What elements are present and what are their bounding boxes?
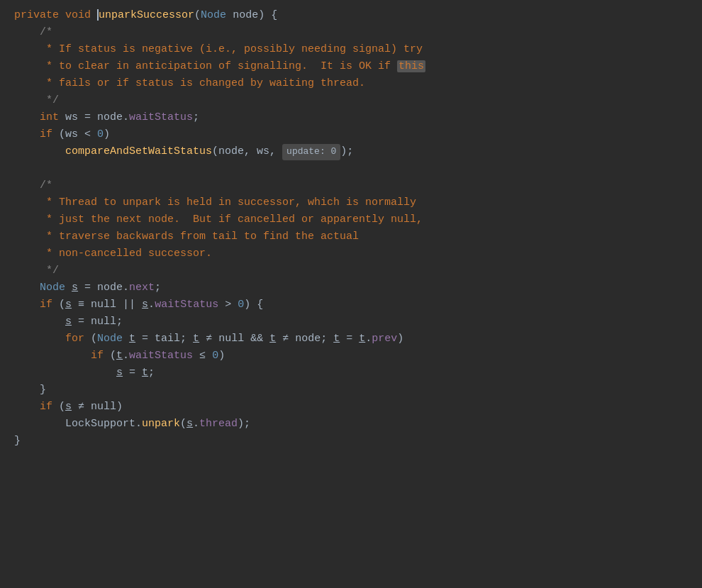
kw-if-2: if bbox=[40, 299, 52, 311]
fn-compareAndSet: compareAndSetWaitStatus bbox=[65, 145, 212, 157]
field-next: next bbox=[129, 282, 155, 294]
var-t-4: t bbox=[333, 333, 340, 345]
comment-line-3: * If status is negative (i.e., possibly … bbox=[14, 43, 423, 55]
line-9: compareAndSetWaitStatus(node, ws, update… bbox=[14, 143, 688, 160]
line-18: if (s ≡ null || s.waitStatus > 0) { bbox=[14, 296, 688, 314]
num-0-2: 0 bbox=[238, 299, 244, 311]
type-node-2: Node bbox=[40, 282, 65, 294]
line-3: * If status is negative (i.e., possibly … bbox=[14, 41, 688, 58]
fn-unpark: unpark bbox=[142, 418, 180, 430]
comment2-line-14: * traverse backwards from tail to find t… bbox=[14, 231, 359, 243]
var-s-7: s bbox=[186, 418, 193, 430]
var-s-4: s bbox=[65, 316, 72, 328]
comment2-line-13: * just the next node. But if cancelled o… bbox=[14, 213, 423, 226]
line-15: * non-cancelled successor. bbox=[14, 245, 688, 262]
line-21: if (t.waitStatus ≤ 0) bbox=[14, 348, 688, 365]
line-14: * traverse backwards from tail to find t… bbox=[14, 228, 688, 245]
line-13: * just the next node. But if cancelled o… bbox=[14, 211, 688, 228]
type-node-3: Node bbox=[97, 333, 123, 345]
comment2-open: /* bbox=[40, 179, 52, 192]
var-s-5: s bbox=[116, 367, 123, 379]
line-20: for (Node t = tail; t ≠ null && t ≠ node… bbox=[14, 331, 688, 348]
line-23: } bbox=[14, 382, 688, 399]
line-4: * to clear in anticipation of signalling… bbox=[14, 58, 688, 75]
kw-for: for bbox=[65, 333, 84, 345]
line-22: s = t; bbox=[14, 365, 688, 382]
line-5: * fails or if status is changed by waiti… bbox=[14, 75, 688, 92]
num-0-1: 0 bbox=[97, 128, 104, 140]
comment2-close: */ bbox=[46, 265, 59, 277]
comment-line-4: * to clear in anticipation of signalling… bbox=[14, 60, 397, 72]
line-26: } bbox=[14, 433, 688, 450]
var-t-2: t bbox=[193, 333, 199, 345]
kw-if-4: if bbox=[40, 401, 52, 413]
line-10 bbox=[14, 160, 688, 177]
type-node: Node bbox=[201, 9, 226, 21]
line-24: if (s ≠ null) bbox=[14, 399, 688, 416]
var-t-7: t bbox=[142, 367, 148, 379]
var-t-5: t bbox=[359, 333, 365, 345]
line-25: LockSupport.unpark(s.thread); bbox=[14, 416, 688, 433]
fn-unparkSuccessor: unparkSuccessor bbox=[99, 9, 194, 21]
var-t-6: t bbox=[116, 350, 123, 362]
var-t-1: t bbox=[129, 333, 135, 345]
kw-if-1: if bbox=[40, 128, 52, 140]
field-waitStatus-3: waitStatus bbox=[129, 350, 193, 362]
line-11: /* bbox=[14, 177, 688, 194]
field-waitStatus-2: waitStatus bbox=[155, 299, 218, 311]
var-s-6: s bbox=[65, 401, 72, 413]
comment-open: /* bbox=[40, 26, 52, 38]
var-s-3: s bbox=[142, 299, 148, 311]
line-12: * Thread to unpark is held in successor,… bbox=[14, 194, 688, 211]
tooltip-update: update: 0 bbox=[282, 144, 340, 160]
line-6: */ bbox=[14, 92, 688, 109]
num-0-3: 0 bbox=[212, 350, 218, 362]
line-19: s = null; bbox=[14, 314, 688, 331]
var-s-2: s bbox=[65, 299, 72, 311]
var-t-3: t bbox=[269, 333, 276, 345]
comment-close: */ bbox=[46, 94, 59, 106]
kw-if-3: if bbox=[91, 350, 104, 362]
paren-open: ( bbox=[194, 9, 201, 21]
line-2: /* bbox=[14, 24, 688, 41]
comment-line-5: * fails or if status is changed by waiti… bbox=[14, 77, 365, 89]
var-s-1: s bbox=[72, 282, 78, 294]
line-16: */ bbox=[14, 262, 688, 279]
line-1: private void unparkSuccessor(Node node) … bbox=[14, 7, 688, 24]
field-prev: prev bbox=[372, 333, 397, 345]
kw-private: private bbox=[14, 9, 59, 21]
kw-int: int bbox=[40, 111, 59, 123]
field-thread: thread bbox=[199, 418, 238, 430]
line-8: if (ws < 0) bbox=[14, 126, 688, 143]
line-17: Node s = node.next; bbox=[14, 279, 688, 296]
line-7: int ws = node.waitStatus; bbox=[14, 109, 688, 126]
comment2-line-15: * non-cancelled successor. bbox=[14, 248, 212, 260]
kw-void: void bbox=[65, 9, 91, 21]
word-this: this bbox=[397, 60, 425, 72]
field-waitStatus-1: waitStatus bbox=[129, 111, 193, 123]
code-editor: private void unparkSuccessor(Node node) … bbox=[0, 0, 702, 588]
comment2-line-12: * Thread to unpark is held in successor,… bbox=[14, 196, 416, 209]
